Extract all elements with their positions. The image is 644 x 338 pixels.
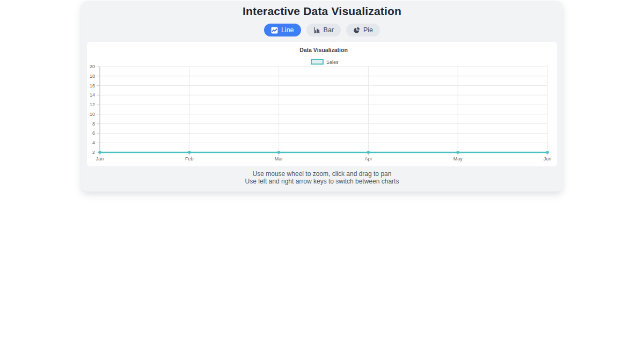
svg-text:14: 14: [90, 92, 95, 98]
bar-chart-icon: [313, 27, 320, 34]
svg-text:10: 10: [90, 112, 95, 117]
svg-text:Feb: Feb: [185, 156, 194, 161]
svg-text:Apr: Apr: [364, 156, 372, 161]
instruction-switch-charts: Use left and right arrow keys to switch …: [82, 178, 562, 185]
instruction-zoom-pan: Use mouse wheel to zoom, click and drag …: [82, 170, 562, 178]
svg-text:12: 12: [90, 102, 95, 107]
chart-type-toolbar: Line Bar Pie: [82, 24, 562, 36]
svg-text:Data Visualization: Data Visualization: [299, 47, 348, 53]
page-title: Interactive Data Visualization: [82, 1, 562, 18]
bar-chart-button[interactable]: Bar: [306, 24, 341, 36]
instructions: Use mouse wheel to zoom, click and drag …: [82, 170, 562, 185]
svg-text:Sales: Sales: [326, 60, 339, 65]
chart-card: 2018161412108642JanFebMarAprMayJunData V…: [87, 42, 557, 166]
line-chart[interactable]: 2018161412108642JanFebMarAprMayJunData V…: [87, 42, 557, 166]
line-chart-button-label: Line: [281, 26, 294, 34]
app-card: Interactive Data Visualization Line Ba: [82, 1, 562, 192]
line-chart-button[interactable]: Line: [264, 24, 301, 36]
bar-chart-button-label: Bar: [324, 26, 334, 34]
line-chart-icon: [271, 27, 278, 34]
svg-text:Jun: Jun: [544, 156, 552, 161]
pie-chart-button-label: Pie: [363, 26, 373, 34]
svg-text:16: 16: [90, 83, 95, 89]
svg-text:6: 6: [92, 130, 95, 136]
svg-text:18: 18: [90, 74, 95, 79]
svg-text:4: 4: [92, 140, 95, 145]
svg-text:May: May: [453, 156, 463, 161]
pie-chart-icon: [353, 27, 360, 34]
svg-text:Mar: Mar: [275, 156, 283, 161]
pie-chart-button[interactable]: Pie: [346, 24, 380, 36]
svg-text:20: 20: [90, 64, 95, 69]
svg-text:2: 2: [92, 150, 95, 155]
svg-text:8: 8: [92, 121, 95, 127]
svg-text:Jan: Jan: [96, 156, 104, 161]
